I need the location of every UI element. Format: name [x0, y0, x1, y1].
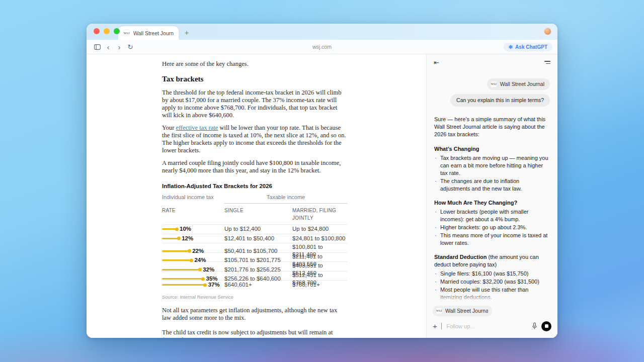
stop-button[interactable] — [541, 321, 551, 331]
ask-chatgpt-button[interactable]: ✻ Ask ChatGPT — [504, 43, 552, 51]
column-header-rate: RATE — [162, 207, 224, 222]
rate-value: 10% — [180, 225, 191, 233]
tab-wall-street-journal[interactable]: WSJ Wall Street Journal — [118, 26, 179, 40]
single-range: $105,701 to $201,775 — [224, 256, 292, 264]
follow-up-input[interactable] — [446, 323, 528, 329]
chat-bullet: ·Lower brackets (people with smaller inc… — [434, 208, 550, 223]
microphone-icon[interactable] — [532, 322, 537, 330]
chat-bullet: ·Married couples: $32,200 (was $31,500) — [434, 278, 550, 286]
table-row: 12% $12,401 to $50,400 $24,801 to $100,8… — [162, 234, 347, 243]
table-group-right: Taxable income — [224, 194, 347, 204]
text-caret — [441, 323, 442, 329]
rate-bar — [162, 238, 179, 239]
tab-title: Wall Street Journal — [133, 30, 174, 36]
rate-bar — [162, 269, 200, 270]
minimize-window-button[interactable] — [104, 28, 110, 34]
text-run: Your — [162, 124, 176, 131]
article-paragraph: The threshold for the top federal income… — [162, 89, 347, 119]
wsj-favicon-icon: WSJ — [436, 308, 442, 314]
effective-tax-rate-link[interactable]: effective tax rate — [176, 124, 218, 131]
chat-section-heading: How Much Are They Changing? — [434, 199, 550, 207]
traffic-lights — [94, 28, 120, 34]
rate-bar — [162, 259, 191, 261]
married-range: Up to $24,800 — [292, 225, 347, 233]
back-button[interactable]: ‹ — [103, 41, 114, 52]
toolbar: ‹ › ↻ wsj.com ✻ Ask ChatGPT — [87, 40, 557, 54]
chat-bullet: ·The changes are due to inflation adjust… — [434, 177, 550, 193]
new-tab-button[interactable]: + — [185, 29, 189, 37]
rate-bar — [162, 284, 205, 286]
user-avatar[interactable] — [544, 28, 551, 35]
composer: WSJ Wall Street Journal + — [427, 302, 557, 338]
chat-bullet: ·This means more of your income is taxed… — [434, 232, 550, 247]
context-chip-label: Wall Street Journal — [500, 80, 544, 88]
chat-section-heading: Standard Deduction (the amount you can d… — [434, 253, 550, 268]
scroll-fade — [427, 293, 557, 302]
composer-chip-label: Wall Street Journal — [445, 308, 488, 314]
openai-icon: ✻ — [509, 44, 513, 50]
context-chip: WSJ Wall Street Journal — [487, 78, 550, 90]
sidebar-panel-button[interactable] — [92, 41, 103, 52]
chat-bullet: ·Higher brackets: go up about 2.3%. — [434, 224, 550, 231]
article-paragraph: The child tax credit is now subject to a… — [162, 329, 347, 338]
wsj-favicon-icon: WSJ — [123, 30, 130, 36]
titlebar: WSJ Wall Street Journal + — [87, 24, 557, 40]
wsj-favicon-icon: WSJ — [491, 81, 497, 87]
user-message-bubble: Can you explain this in simple terms? — [450, 94, 550, 107]
sidebar-menu-icon[interactable] — [544, 61, 550, 64]
single-range: $50,401 to $105,700 — [224, 247, 292, 255]
attach-plus-icon[interactable]: + — [433, 322, 437, 330]
table-row: 37% $640,601+ $768,701+ — [162, 280, 347, 290]
close-window-button[interactable] — [94, 28, 100, 34]
ask-chatgpt-label: Ask ChatGPT — [515, 44, 547, 50]
rate-value: 24% — [194, 256, 206, 264]
reload-button[interactable]: ↻ — [125, 41, 136, 52]
rate-value: 37% — [208, 281, 220, 289]
forward-button[interactable]: › — [114, 41, 125, 52]
zoom-window-button[interactable] — [114, 28, 120, 34]
article-paragraph: Here are some of the key changes. — [162, 60, 347, 68]
article-paragraph: Your effective tax rate will be lower th… — [162, 124, 347, 154]
article-paragraph: Not all tax parameters get inflation adj… — [162, 307, 347, 322]
collapse-sidebar-icon[interactable]: ⇤ — [434, 59, 439, 66]
rate-value: 22% — [192, 247, 204, 255]
single-range: Up to $12,400 — [224, 225, 292, 233]
chat-bullet: ·Single filers: $16,100 (was $15,750) — [434, 270, 550, 278]
rate-value: 32% — [203, 266, 214, 274]
article-pane: Here are some of the key changes. Tax br… — [87, 54, 426, 338]
section-heading-tax-brackets: Tax brackets — [162, 74, 347, 83]
chat-bullet: ·Tax brackets are moving up — meaning yo… — [434, 154, 550, 177]
table-source: Source: Internal Revenue Service — [162, 293, 347, 301]
url-field[interactable]: wsj.com — [312, 44, 332, 50]
assistant-intro: Sure — here’s a simple summary of what t… — [434, 116, 550, 138]
tax-bracket-table: Inflation-Adjusted Tax Brackets for 2026… — [162, 183, 347, 301]
single-range: $640,601+ — [224, 281, 292, 289]
column-header-single: SINGLE — [224, 207, 292, 222]
married-range: $24,801 to $100,800 — [292, 235, 347, 242]
rate-bar — [162, 278, 203, 280]
column-header-married: MARRIED, FILING JOINTLY — [292, 207, 347, 222]
married-range: $768,701+ — [292, 281, 347, 289]
chat-thread: WSJ Wall Street Journal Can you explain … — [427, 70, 557, 302]
table-title: Inflation-Adjusted Tax Brackets for 2026 — [162, 183, 347, 190]
rate-bar — [162, 250, 189, 252]
chatgpt-sidebar: ⇤ WSJ Wall Street Journal Can you explai… — [426, 54, 557, 338]
browser-window: WSJ Wall Street Journal + ‹ › ↻ wsj.com … — [87, 24, 557, 338]
table-row: 22% $50,401 to $105,700 $100,801 to $211… — [162, 243, 347, 252]
single-range: $12,401 to $50,400 — [224, 235, 292, 242]
article-paragraph: A married couple filing jointly could ha… — [162, 159, 347, 174]
composer-context-chip[interactable]: WSJ Wall Street Journal — [433, 306, 492, 316]
chat-section-heading: What’s Changing — [434, 145, 550, 153]
rate-bar — [162, 228, 177, 230]
table-group-left: Individual income tax — [162, 194, 224, 204]
single-range: $201,776 to $256,225 — [224, 266, 292, 274]
rate-value: 12% — [182, 235, 193, 242]
table-row: 10% Up to $12,400 Up to $24,800 — [162, 224, 347, 234]
